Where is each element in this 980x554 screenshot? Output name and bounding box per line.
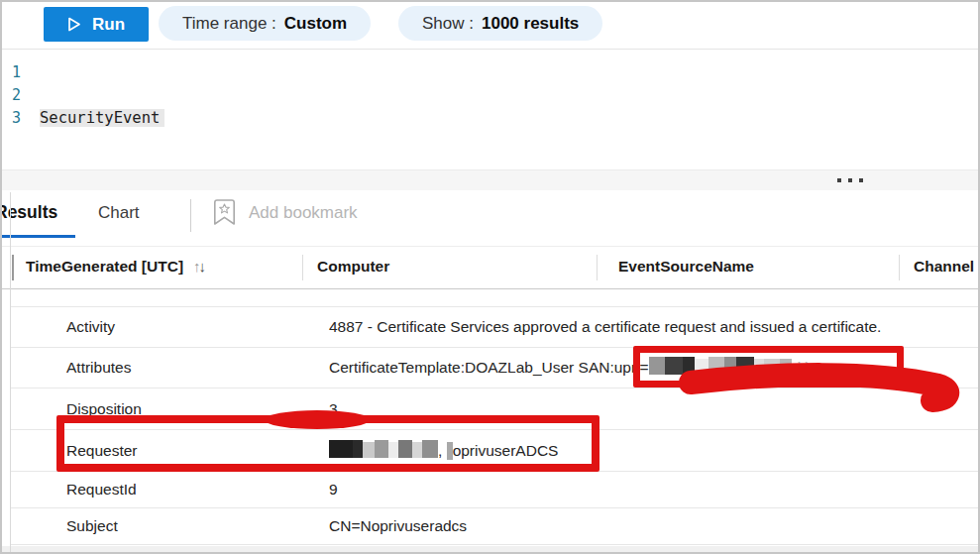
expanded-row-details: Activity 4887 - Certificate Services app… (11, 288, 978, 545)
field-value: 9 (329, 481, 338, 499)
show-value: 1000 results (482, 14, 579, 34)
tab-divider (190, 199, 191, 232)
partially-redacted-text: ʼ ) (798, 359, 811, 377)
field-value: 3 (329, 400, 338, 418)
column-divider[interactable] (302, 255, 303, 280)
detail-row-disposition[interactable]: Disposition 3 (11, 388, 978, 430)
line-number: 3 (12, 107, 38, 130)
field-name: RequestId (66, 481, 137, 499)
line-number: 1 (12, 61, 38, 84)
field-value: CN=Noprivuseradcs (329, 517, 467, 535)
bookmark-icon (212, 198, 237, 227)
detail-row-spacer (11, 288, 978, 307)
panel-left-border (10, 192, 11, 552)
column-header-channel[interactable]: Channel (914, 258, 974, 276)
field-name: Disposition (66, 400, 142, 418)
partially-redacted-text: oprivuserADCS (453, 442, 559, 460)
detail-row-requestid[interactable]: RequestId 9 (11, 472, 978, 508)
field-value: 4887 - Certificate Services approved a c… (329, 318, 881, 336)
header-divider (12, 255, 14, 280)
query-toolbar: Run Time range : Custom Show : 1000 resu… (2, 2, 978, 50)
field-name: Activity (66, 318, 115, 336)
redaction-blocks (329, 440, 438, 462)
column-header-eventsourcename[interactable]: EventSourceName (618, 258, 754, 276)
time-range-label: Time range : (182, 14, 276, 34)
detail-row-activity[interactable]: Activity 4887 - Certificate Services app… (11, 307, 978, 348)
field-name: Attributes (66, 359, 131, 377)
show-results-picker[interactable]: Show : 1000 results (398, 6, 602, 41)
time-range-picker[interactable]: Time range : Custom (159, 6, 371, 41)
column-divider[interactable] (597, 255, 598, 280)
field-name: Subject (66, 517, 118, 535)
run-label: Run (92, 15, 125, 35)
sort-icon[interactable]: ↑↓ (193, 258, 206, 275)
column-header-timegenerated[interactable]: TimeGenerated [UTC]↑↓ (26, 258, 206, 276)
play-icon (67, 17, 81, 32)
detail-row-subject[interactable]: Subject CN=Noprivuseradcs (11, 508, 978, 545)
active-tab-indicator (2, 235, 75, 238)
redaction-blocks (649, 357, 792, 379)
bottom-gutter (2, 546, 978, 554)
tab-results[interactable]: Results (0, 202, 57, 223)
show-label: Show : (422, 14, 474, 34)
query-line-1: SecurityEvent (40, 107, 522, 130)
query-editor[interactable]: 1 2 3 SecurityEvent | where EventID == 4… (2, 50, 978, 168)
add-bookmark-button[interactable]: Add bookmark (212, 198, 358, 227)
log-analytics-query-window: Run Time range : Custom Show : 1000 resu… (0, 0, 980, 554)
detail-row-requester[interactable]: Requester , oprivuserADCS (11, 430, 978, 472)
field-value: , oprivuserADCS (329, 440, 558, 462)
field-value: CertificateTemplate:DOAZLab_User SAN:upn… (329, 357, 811, 379)
field-name: Requester (66, 442, 138, 460)
column-header-computer[interactable]: Computer (317, 258, 389, 276)
add-bookmark-label: Add bookmark (249, 203, 358, 223)
editor-results-splitter[interactable] (2, 169, 978, 191)
tab-chart[interactable]: Chart (98, 203, 140, 223)
run-button[interactable]: Run (44, 7, 149, 42)
line-numbers: 1 2 3 (2, 61, 38, 130)
results-grid-header: TimeGenerated [UTC]↑↓ Computer EventSour… (2, 246, 978, 289)
results-tabbar: Results Chart Add bookmark (2, 190, 978, 246)
line-number: 2 (12, 84, 38, 107)
time-range-value: Custom (284, 14, 347, 34)
ellipsis-handle-icon[interactable] (837, 178, 863, 182)
detail-row-attributes[interactable]: Attributes CertificateTemplate:DOAZLab_U… (11, 348, 978, 388)
column-divider[interactable] (899, 255, 900, 280)
